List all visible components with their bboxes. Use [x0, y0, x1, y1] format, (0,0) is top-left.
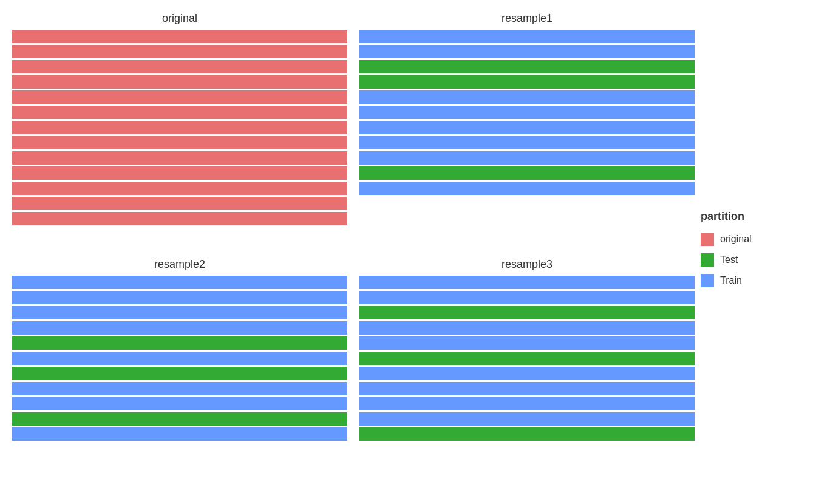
bar	[359, 321, 695, 335]
bar	[359, 136, 695, 149]
bar	[359, 90, 695, 104]
bar	[12, 397, 347, 410]
bar	[12, 367, 347, 380]
bar	[12, 352, 347, 365]
panel-resample3-title: resample3	[501, 258, 552, 271]
panel-resample1: resample1	[359, 12, 695, 246]
bar	[12, 291, 347, 304]
chart-container: original resample1	[0, 0, 816, 504]
bar	[12, 212, 347, 225]
bar	[359, 121, 695, 134]
legend-label-test: Test	[720, 254, 738, 265]
bar	[12, 166, 347, 180]
bar	[12, 197, 347, 210]
bar	[359, 151, 695, 165]
bar	[12, 276, 347, 289]
bar	[12, 382, 347, 395]
bar	[359, 291, 695, 304]
panel-resample3: resample3	[359, 258, 695, 492]
legend-color-test	[701, 253, 714, 267]
bar	[12, 121, 347, 134]
bars-resample2	[12, 276, 347, 441]
bar	[359, 397, 695, 410]
bar	[12, 90, 347, 104]
bar	[12, 412, 347, 426]
bar	[12, 321, 347, 335]
bars-resample1	[359, 30, 695, 195]
bar	[12, 45, 347, 58]
bar	[12, 75, 347, 89]
panel-original-title: original	[162, 12, 197, 25]
bar	[359, 182, 695, 195]
bar	[359, 306, 695, 319]
legend-item-test: Test	[701, 253, 804, 267]
legend-color-train	[701, 274, 714, 287]
panel-original: original	[12, 12, 347, 246]
bar	[359, 276, 695, 289]
legend: partition original Test Train	[695, 0, 816, 504]
bar	[359, 60, 695, 73]
legend-title: partition	[701, 210, 804, 223]
panel-resample2-title: resample2	[154, 258, 205, 271]
legend-item-original: original	[701, 233, 804, 246]
bar	[359, 427, 695, 441]
bar	[359, 382, 695, 395]
bar	[359, 336, 695, 350]
bar	[359, 352, 695, 365]
legend-item-train: Train	[701, 274, 804, 287]
bar	[12, 336, 347, 350]
bar	[12, 30, 347, 43]
bar	[12, 151, 347, 165]
legend-color-original	[701, 233, 714, 246]
bar	[359, 75, 695, 89]
plots-area: original resample1	[0, 0, 695, 504]
bar	[12, 182, 347, 195]
bar	[359, 367, 695, 380]
legend-label-original: original	[720, 234, 752, 245]
bar	[12, 136, 347, 149]
bar	[12, 306, 347, 319]
bar	[12, 106, 347, 119]
bar	[359, 166, 695, 180]
bar	[359, 45, 695, 58]
bar	[359, 106, 695, 119]
panel-resample1-title: resample1	[501, 12, 552, 25]
panel-resample2: resample2	[12, 258, 347, 492]
legend-label-train: Train	[720, 275, 742, 286]
bar	[359, 30, 695, 43]
bar	[12, 60, 347, 73]
bar	[12, 427, 347, 441]
bar	[359, 412, 695, 426]
bars-original	[12, 30, 347, 225]
bars-resample3	[359, 276, 695, 441]
